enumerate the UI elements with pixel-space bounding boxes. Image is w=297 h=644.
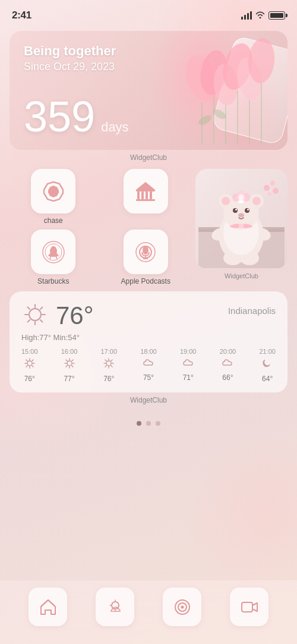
bear-widget	[195, 169, 287, 269]
svg-point-59	[264, 185, 270, 191]
video-icon	[239, 597, 260, 617]
hour-weather-icon	[262, 358, 273, 372]
svg-point-62	[268, 192, 271, 196]
svg-rect-19	[136, 190, 155, 191]
bear-illustration	[198, 170, 285, 268]
weather-city: Indianapolis	[228, 301, 276, 316]
relationship-widget: Being together Since Oct 29, 2023 359 da…	[10, 31, 287, 163]
dock-home[interactable]	[29, 588, 67, 626]
svg-rect-22	[146, 191, 148, 199]
hour-temp-label: 75°	[143, 373, 154, 382]
page-dots	[10, 411, 287, 432]
podcasts-icon	[132, 239, 159, 265]
hour-weather-icon	[24, 358, 35, 372]
weather-widget-section: 76° Indianapolis High:77° Min:54° 15:007…	[10, 291, 287, 406]
bear-widget-section: WidgetClub	[195, 169, 287, 281]
hour-temp-label: 77°	[64, 375, 74, 383]
starbucks-app[interactable]: Starbucks	[10, 230, 97, 285]
weather-left: 76°	[21, 301, 94, 331]
svg-line-86	[66, 360, 67, 361]
weather-top: 76° Indianapolis	[21, 301, 276, 331]
hour-temp-label: 71°	[183, 373, 194, 382]
svg-line-89	[66, 366, 67, 367]
signal-icon	[241, 11, 252, 20]
svg-point-48	[245, 208, 249, 213]
svg-line-88	[71, 360, 72, 361]
svg-point-72	[27, 361, 32, 366]
target-icon	[172, 597, 192, 617]
battery-icon	[268, 11, 285, 20]
chase-icon	[42, 180, 65, 203]
svg-line-78	[32, 366, 33, 367]
svg-line-71	[28, 320, 30, 322]
svg-point-105	[181, 605, 184, 608]
svg-line-98	[105, 366, 106, 367]
weather-hour-item: 17:0076°	[100, 348, 117, 383]
hour-time-label: 21:00	[259, 348, 276, 355]
hour-time-label: 16:00	[61, 348, 78, 355]
starbucks-icon-bg[interactable]	[31, 230, 75, 274]
svg-point-51	[238, 213, 244, 217]
hour-temp-label: 76°	[103, 375, 114, 383]
status-icons	[241, 11, 285, 20]
library-icon-bg[interactable]	[124, 169, 168, 213]
svg-point-28	[51, 246, 56, 251]
page-dot-3	[156, 421, 160, 426]
app-grid: chase	[10, 169, 189, 285]
wifi-icon	[255, 11, 265, 20]
svg-point-90	[106, 361, 111, 366]
main-content: Being together Since Oct 29, 2023 359 da…	[0, 26, 297, 580]
svg-line-79	[32, 360, 33, 361]
hour-weather-icon	[64, 358, 75, 372]
weather-sun-container	[21, 301, 49, 331]
chase-app[interactable]: chase	[10, 169, 97, 225]
svg-rect-23	[150, 191, 152, 199]
weather-temperature: 76°	[56, 301, 94, 330]
hour-time-label: 18:00	[140, 348, 157, 355]
weather-sun-icon	[21, 301, 49, 328]
weather-widget: 76° Indianapolis High:77° Min:54° 15:007…	[10, 291, 287, 392]
svg-line-68	[28, 307, 30, 310]
weather-hour-item: 16:0077°	[61, 348, 78, 383]
svg-point-49	[235, 209, 237, 211]
svg-rect-18	[136, 199, 155, 201]
library-app[interactable]	[102, 169, 190, 225]
weather-hour-item: 20:0066°	[220, 348, 236, 383]
chase-label: chase	[44, 216, 63, 225]
svg-line-96	[111, 366, 112, 367]
svg-line-97	[111, 360, 112, 361]
weather-hour-item: 18:0075°	[140, 348, 157, 383]
podcasts-icon-bg[interactable]	[124, 230, 168, 274]
hour-time-label: 19:00	[180, 348, 197, 355]
svg-line-87	[71, 366, 72, 367]
svg-line-95	[105, 360, 106, 361]
bear-widgetclub-label: WidgetClub	[195, 271, 287, 281]
weather-hourly: 15:0076°16:0077°17:0076°18:0075°19:0071°…	[21, 348, 276, 383]
svg-rect-20	[137, 191, 140, 199]
relationship-title: Being together	[24, 43, 273, 60]
svg-rect-106	[242, 602, 252, 612]
svg-point-47	[233, 208, 238, 213]
status-bar: 2:41	[0, 0, 297, 26]
svg-point-31	[143, 246, 148, 255]
hour-time-label: 15:00	[21, 348, 38, 355]
podcasts-app[interactable]: Apple Podcasts	[102, 230, 190, 285]
starbucks-label: Starbucks	[37, 277, 69, 285]
hour-temp-label: 64°	[262, 375, 273, 383]
svg-point-81	[67, 361, 72, 366]
svg-line-80	[26, 366, 27, 367]
app-grid-section: chase	[10, 169, 287, 285]
home-icon	[38, 597, 58, 617]
dock-video[interactable]	[230, 588, 268, 626]
svg-rect-21	[141, 191, 144, 199]
dock-target[interactable]	[163, 588, 201, 626]
bear-photo	[195, 169, 287, 269]
svg-point-63	[29, 309, 41, 321]
library-icon	[133, 179, 158, 204]
hour-temp-label: 66°	[222, 373, 233, 382]
relationship-days-label: days	[101, 120, 128, 135]
dock-weather[interactable]	[96, 588, 134, 626]
hour-time-label: 20:00	[220, 348, 236, 355]
chase-icon-bg[interactable]	[31, 169, 75, 213]
svg-line-77	[26, 360, 27, 361]
